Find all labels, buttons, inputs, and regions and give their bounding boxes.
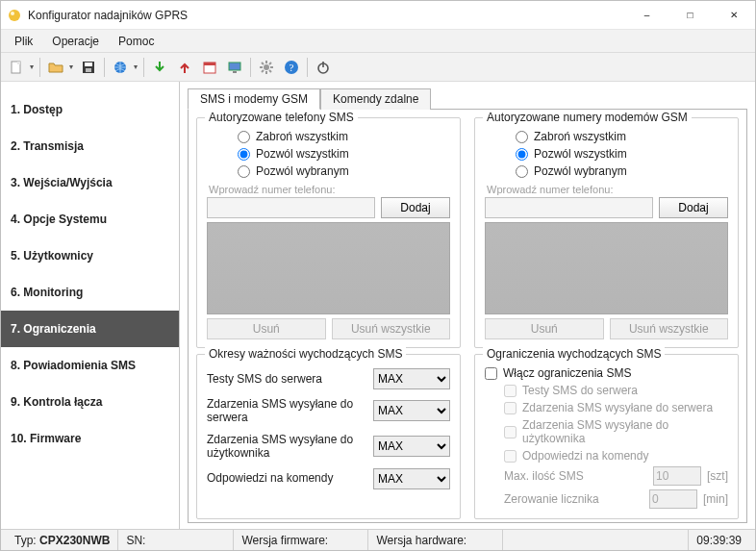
statusbar: Typ: CPX230NWB SN: Wersja firmware: Wers… — [1, 529, 755, 550]
globe-icon[interactable] — [109, 56, 132, 79]
status-clock: 09:39:39 — [696, 534, 742, 547]
phones-listbox[interactable] — [207, 222, 450, 314]
menubar: Plik Operacje Pomoc — [1, 30, 755, 53]
radio-label: Pozwól wybranym — [534, 164, 627, 178]
menu-operations[interactable]: Operacje — [42, 31, 109, 52]
status-fw-label: Wersja firmware: — [241, 534, 328, 547]
window-title: Konfigurator nadajników GPRS — [28, 9, 625, 22]
menu-help[interactable]: Pomoc — [109, 31, 164, 52]
phone-input-label: Wprowadź numer telefonu: — [209, 184, 450, 195]
svg-rect-6 — [86, 68, 91, 72]
remove-modem-button[interactable]: Usuń — [485, 318, 604, 339]
upload-icon[interactable] — [173, 56, 196, 79]
sidebar-item-limits[interactable]: 7. Ograniczenia — [1, 311, 179, 347]
max-sms-unit: [szt] — [707, 469, 728, 483]
titlebar: Konfigurator nadajników GPRS – □ ✕ — [1, 1, 755, 30]
checkbox-limit-tests[interactable] — [504, 385, 517, 397]
period-select-tests[interactable]: MAX — [373, 368, 450, 389]
radio-modems-allow-some[interactable] — [516, 165, 528, 178]
group-sms-validity-legend: Okresy ważności wychodzących SMS — [205, 347, 406, 361]
radio-phones-allow-all[interactable] — [238, 148, 250, 161]
radio-label: Zabroń wszystkim — [534, 130, 626, 143]
help-icon[interactable]: ? — [280, 56, 303, 79]
sidebar-item-link-check[interactable]: 9. Kontrola łącza — [1, 384, 179, 420]
content-area: SMS i modemy GSM Komendy zdalne Autoryzo… — [180, 82, 755, 529]
reset-counter-label: Zerowanie licznika — [485, 492, 643, 506]
svg-rect-11 — [233, 71, 237, 73]
tab-sms-modems[interactable]: SMS i modemy GSM — [188, 88, 320, 110]
svg-line-20 — [269, 63, 271, 64]
radio-modems-allow-all[interactable] — [516, 148, 528, 161]
checkbox-label: Zdarzenia SMS wysyłane do użytkownika — [522, 418, 728, 445]
radio-phones-forbid[interactable] — [238, 131, 250, 143]
group-auth-phones: Autoryzowane telefony SMS Zabroń wszystk… — [196, 117, 461, 348]
phone-input[interactable] — [207, 197, 375, 218]
tab-strip: SMS i modemy GSM Komendy zdalne — [188, 88, 747, 109]
add-modem-button[interactable]: Dodaj — [659, 197, 728, 218]
dropdown-icon[interactable]: ▾ — [69, 63, 75, 71]
sidebar-item-transmission[interactable]: 2. Transmisja — [1, 128, 179, 164]
add-phone-button[interactable]: Dodaj — [381, 197, 450, 218]
period-label-events-server: Zdarzenia SMS wysyłane do serwera — [207, 397, 365, 425]
open-folder-icon[interactable] — [44, 56, 67, 79]
group-auth-phones-legend: Autoryzowane telefony SMS — [205, 111, 358, 124]
reset-counter-unit: [min] — [703, 492, 728, 506]
modems-listbox[interactable] — [485, 222, 728, 314]
save-icon[interactable] — [77, 56, 100, 79]
checkbox-label: Zdarzenia SMS wysyłane do serwera — [522, 401, 713, 414]
app-icon — [7, 8, 22, 23]
radio-label: Pozwól wszystkim — [534, 147, 627, 161]
svg-point-0 — [9, 10, 20, 21]
sidebar-item-sms-notify[interactable]: 8. Powiadomienia SMS — [1, 347, 179, 384]
dropdown-icon[interactable]: ▾ — [30, 63, 36, 71]
checkbox-label: Testy SMS do serwera — [522, 384, 638, 397]
new-file-icon[interactable] — [5, 56, 28, 79]
svg-line-17 — [262, 63, 264, 64]
sidebar-item-io[interactable]: 3. Wejścia/Wyjścia — [1, 164, 179, 201]
toolbar: ▾ ▾ ▾ ? — [1, 53, 755, 82]
dropdown-icon[interactable]: ▾ — [134, 63, 139, 71]
checkbox-limit-events-user[interactable] — [504, 426, 517, 438]
svg-point-12 — [264, 64, 269, 70]
max-sms-spinner[interactable] — [653, 466, 701, 486]
window-close-button[interactable]: ✕ — [712, 1, 755, 30]
svg-line-18 — [269, 70, 271, 72]
window-minimize-button[interactable]: – — [625, 1, 668, 30]
sidebar-item-users[interactable]: 5. Użytkownicy — [1, 238, 179, 274]
period-label-events-user: Zdarzenia SMS wysyłane do użytkownika — [207, 433, 365, 461]
checkbox-enable-limits[interactable] — [485, 367, 497, 380]
group-auth-modems-legend: Autoryzowane numery modemów GSM — [483, 111, 692, 124]
remove-all-modems-button[interactable]: Usuń wszystkie — [610, 318, 729, 339]
period-label-responses: Odpowiedzi na komendy — [207, 471, 365, 485]
group-sms-limits: Ograniczenia wychodzących SMS Włącz ogra… — [474, 354, 739, 519]
period-select-responses[interactable]: MAX — [373, 468, 450, 489]
svg-rect-3 — [17, 62, 20, 64]
power-icon[interactable] — [312, 56, 335, 79]
period-select-events-user[interactable]: MAX — [373, 436, 450, 457]
group-auth-modems: Autoryzowane numery modemów GSM Zabroń w… — [474, 117, 739, 348]
svg-point-1 — [11, 12, 14, 15]
radio-phones-allow-some[interactable] — [238, 165, 250, 178]
download-icon[interactable] — [148, 56, 171, 79]
calendar-icon[interactable] — [198, 56, 221, 79]
radio-label: Pozwól wybranym — [256, 164, 349, 178]
monitor-icon[interactable] — [223, 56, 246, 79]
status-hw-label: Wersja hardware: — [376, 534, 466, 547]
modem-input[interactable] — [485, 197, 653, 218]
checkbox-limit-events-server[interactable] — [504, 402, 517, 414]
sidebar-item-monitoring[interactable]: 6. Monitoring — [1, 274, 179, 311]
reset-counter-spinner[interactable] — [649, 489, 697, 509]
gear-icon[interactable] — [255, 56, 278, 79]
tab-remote-commands[interactable]: Komendy zdalne — [320, 88, 431, 110]
period-select-events-server[interactable]: MAX — [373, 400, 450, 421]
remove-phone-button[interactable]: Usuń — [207, 318, 326, 339]
remove-all-phones-button[interactable]: Usuń wszystkie — [332, 318, 451, 339]
menu-file[interactable]: Plik — [5, 31, 42, 52]
sidebar-item-access[interactable]: 1. Dostęp — [1, 91, 179, 128]
radio-modems-forbid[interactable] — [516, 131, 528, 143]
sidebar-item-firmware[interactable]: 10. Firmware — [1, 420, 179, 457]
checkbox-limit-responses[interactable] — [504, 450, 517, 463]
window-maximize-button[interactable]: □ — [668, 1, 712, 30]
sidebar-item-sysoptions[interactable]: 4. Opcje Systemu — [1, 201, 179, 238]
radio-label: Zabroń wszystkim — [256, 130, 348, 143]
